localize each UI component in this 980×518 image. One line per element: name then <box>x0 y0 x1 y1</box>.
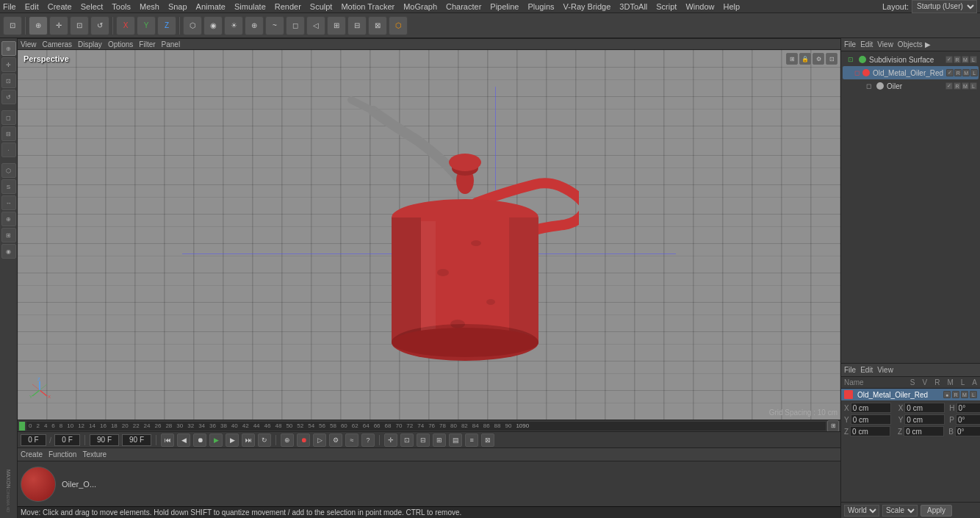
menu-3dtoall[interactable]: 3DToAll <box>619 2 647 11</box>
toolbar-python[interactable]: ⬡ <box>389 16 408 35</box>
obj-lock-oiler[interactable]: L <box>970 82 977 90</box>
menu-character[interactable]: Character <box>446 2 481 11</box>
attr-field-x[interactable] <box>851 403 891 413</box>
pb-auto-key[interactable]: ⏺ <box>297 434 310 447</box>
toolbar-mode-object[interactable]: ⊡ <box>3 16 22 35</box>
menu-script[interactable]: Script <box>656 2 677 11</box>
obj-vis-oiler-red[interactable]: ✓ <box>946 69 954 76</box>
frame-offset-input[interactable] <box>54 434 80 446</box>
viewport[interactable]: Perspective Grid Spacing : 10 cm X Y Z ⊞ <box>18 50 840 420</box>
menu-window[interactable]: Window <box>685 2 714 11</box>
menu-simulate[interactable]: Simulate <box>234 2 266 11</box>
obj-render-oiler-red[interactable]: R <box>954 69 962 76</box>
pb-track[interactable]: ▤ <box>449 434 462 447</box>
toolbar-camera[interactable]: ◉ <box>203 16 223 35</box>
pb-mode-play[interactable]: ▷ <box>313 434 326 447</box>
pb-motion[interactable]: ≈ <box>345 434 359 447</box>
end-frame-input[interactable] <box>122 434 151 446</box>
toolbar-rotate[interactable]: ↺ <box>90 16 109 35</box>
mat-menu-texture[interactable]: Texture <box>82 450 107 458</box>
attr-menu-edit[interactable]: Edit <box>860 366 873 374</box>
pb-info[interactable]: ? <box>361 434 375 447</box>
toolbar-deform[interactable]: ◁ <box>306 16 325 35</box>
pb-scale2[interactable]: ⊟ <box>417 434 430 447</box>
pb-settings[interactable]: ⚙ <box>329 434 342 447</box>
vp-menu-view[interactable]: View <box>21 40 37 48</box>
obj-lock-subdivision[interactable]: L <box>970 56 977 63</box>
sidebar-point[interactable]: · <box>1 143 16 157</box>
apply-button[interactable]: Apply <box>920 505 952 517</box>
pb-move[interactable]: ✛ <box>384 434 397 447</box>
obj-row-subdivision[interactable]: ⊡ Subdivision Surface ✓ R M L <box>843 53 979 66</box>
obj-menu-objects[interactable]: Objects ▶ <box>898 40 931 48</box>
attr-field-h[interactable] <box>956 403 980 413</box>
pb-loop[interactable]: ↻ <box>258 434 271 447</box>
vp-menu-filter[interactable]: Filter <box>139 40 155 48</box>
obj-vis-subdivision[interactable]: ✓ <box>945 56 953 63</box>
obj-render-oiler[interactable]: R <box>954 82 961 90</box>
menu-plugins[interactable]: Plugins <box>527 2 554 11</box>
start-frame-input[interactable] <box>90 434 119 446</box>
toolbar-light[interactable]: ☀ <box>224 16 243 35</box>
toolbar-subdivide[interactable]: ⊠ <box>368 16 387 35</box>
pb-keyframe[interactable]: ⊕ <box>281 434 294 447</box>
pb-next-frame[interactable]: ▶ <box>226 434 239 447</box>
pb-rotate2[interactable]: ⊡ <box>400 434 414 447</box>
attr-field-x2[interactable] <box>904 403 945 413</box>
sidebar-scale[interactable]: ⊡ <box>1 73 16 88</box>
vp-menu-panel[interactable]: Panel <box>162 40 181 48</box>
toolbar-poly[interactable]: ◻ <box>286 16 305 35</box>
pb-prev-frame[interactable]: ◀ <box>177 434 190 447</box>
attr-field-y2[interactable] <box>904 414 945 425</box>
menu-file[interactable]: File <box>3 2 16 11</box>
material-preview[interactable] <box>21 467 56 502</box>
sidebar-polygon[interactable]: ◻ <box>1 110 16 125</box>
attr-field-p[interactable] <box>956 414 980 425</box>
vp-ctrl-expand[interactable]: ⊞ <box>786 53 798 65</box>
toolbar-effector[interactable]: ⊞ <box>327 16 346 35</box>
menu-edit[interactable]: Edit <box>25 2 39 11</box>
obj-vis-oiler[interactable]: ✓ <box>945 82 953 90</box>
obj-menu-edit[interactable]: Edit <box>860 40 873 48</box>
toolbar-scale[interactable]: ⊡ <box>70 16 89 35</box>
mat-menu-function[interactable]: Function <box>48 450 76 458</box>
pb-record[interactable]: ⏺ <box>193 434 206 447</box>
menu-animate[interactable]: Animate <box>196 2 226 11</box>
sidebar-select[interactable]: ⊕ <box>1 41 16 56</box>
menu-mograph[interactable]: MoGraph <box>403 2 437 11</box>
toolbar-frame[interactable]: ⬡ <box>183 16 202 35</box>
vp-menu-display[interactable]: Display <box>78 40 102 48</box>
obj-menu-view[interactable]: View <box>877 40 893 48</box>
menu-vray[interactable]: V-Ray Bridge <box>563 2 611 11</box>
attr-menu-view[interactable]: View <box>877 366 893 374</box>
menu-tools[interactable]: Tools <box>112 2 131 11</box>
menu-mesh[interactable]: Mesh <box>140 2 159 11</box>
pb-goto-start[interactable]: ⏮ <box>161 434 174 447</box>
sidebar-snap[interactable]: ⊕ <box>1 212 16 226</box>
sidebar-rotate[interactable]: ↺ <box>1 90 16 104</box>
menu-help[interactable]: Help <box>724 2 741 11</box>
menu-render[interactable]: Render <box>275 2 301 11</box>
attr-field-b[interactable] <box>955 426 980 436</box>
obj-row-oiler[interactable]: ◻ Oiler ✓ R M L <box>843 79 979 93</box>
attr-field-y[interactable] <box>851 414 891 425</box>
attr-vis-btn[interactable]: ● <box>943 391 951 398</box>
vp-menu-cameras[interactable]: Cameras <box>43 40 73 48</box>
vp-ctrl-lock[interactable]: 🔒 <box>799 53 811 65</box>
toolbar-move[interactable]: ✛ <box>49 16 68 35</box>
attr-menu-file[interactable]: File <box>844 366 856 374</box>
menu-snap[interactable]: Snap <box>168 2 187 11</box>
toolbar-y[interactable]: Y <box>137 16 156 35</box>
toolbar-null[interactable]: ⊕ <box>245 16 264 35</box>
current-frame-input[interactable] <box>21 434 46 446</box>
obj-row-oiler-red[interactable]: ◻ Old_Metal_Oiler_Red ✓ R M L <box>843 66 979 79</box>
sidebar-axis[interactable]: ⊞ <box>1 228 16 242</box>
attr-motion-btn[interactable]: M <box>961 391 968 398</box>
attr-world-select[interactable]: World <box>844 505 879 517</box>
sidebar-measure[interactable]: ↔ <box>1 195 16 210</box>
vp-ctrl-settings[interactable]: ⚙ <box>813 53 824 65</box>
toolbar-x[interactable]: X <box>116 16 135 35</box>
toolbar-z[interactable]: Z <box>157 16 176 35</box>
pb-extra2[interactable]: ⊠ <box>481 434 494 447</box>
obj-lock-oiler-red[interactable]: L <box>970 69 978 76</box>
